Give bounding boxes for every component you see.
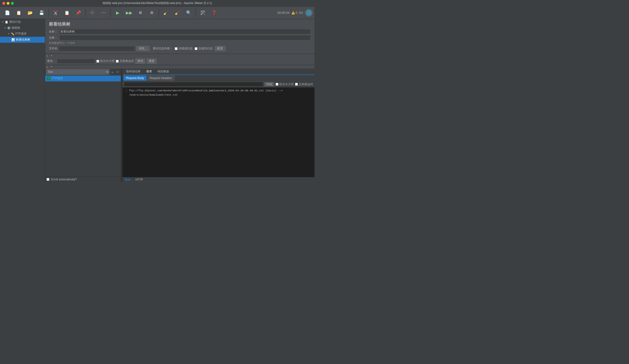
- detail-regex-row: 正则表达式: [295, 82, 313, 86]
- result-item-ftp[interactable]: ✓ FTP请求: [45, 75, 121, 81]
- cut-button[interactable]: ✂️: [50, 7, 61, 18]
- note-text: 所有数据写入一个文件: [49, 41, 311, 45]
- bottom-tab-raw[interactable]: Raw: [123, 177, 133, 182]
- help-button[interactable]: ❓: [209, 7, 220, 18]
- stop-now-button[interactable]: ⏹: [147, 7, 157, 18]
- panel-title: 察看结果树: [49, 21, 311, 27]
- success-log-checkbox[interactable]: [195, 47, 197, 50]
- tab-request[interactable]: 请求: [143, 69, 155, 75]
- error-log-checkbox[interactable]: [175, 47, 177, 50]
- browse-button[interactable]: 浏览...: [136, 46, 150, 51]
- separator-3: [111, 8, 111, 17]
- error-log-checkbox-row: 仅错误日志: [175, 46, 193, 51]
- window-controls[interactable]: [2, 2, 14, 5]
- regex-checkbox[interactable]: [116, 60, 119, 63]
- sidebar-item-test-plan[interactable]: ▼ 📋 测试计划: [0, 19, 45, 25]
- name-label: 名称：: [49, 30, 57, 34]
- tree-collapse-btn[interactable]: ▼: [115, 70, 120, 74]
- success-log-checkbox-row: 仅成功日志: [195, 46, 213, 51]
- remote-button[interactable]: 🛠️: [197, 7, 208, 18]
- line-content-1b: /Users/anita/Downloads/test.txt: [129, 93, 178, 97]
- arrow-icon: ▼: [7, 32, 10, 35]
- code-line-1b: /Users/anita/Downloads/test.txt: [123, 93, 314, 97]
- run-nopause-button[interactable]: ▶▶: [124, 7, 135, 18]
- comment-input[interactable]: [59, 35, 311, 40]
- tab-sampler-result[interactable]: 取样器结果: [123, 69, 143, 75]
- toolbar: 📄 📋 📂 💾 ✂️ 📋 📌 ➕ ➖ ▶ ▶▶ ⏹ ⏹ 🧹 🧹 🔍 🛠️ ❓ 0…: [0, 7, 314, 19]
- sub-tab-request-headers[interactable]: Request Headers: [147, 75, 174, 81]
- success-log-label: 仅成功日志: [198, 46, 213, 51]
- sub-tabs-row: Request Body Request Headers: [123, 75, 314, 81]
- collapse-button[interactable]: ➖: [98, 7, 109, 18]
- line-number-1: 1: [123, 89, 129, 93]
- search-button[interactable]: 🔍: [183, 7, 194, 18]
- detail-panel: 取样器结果 请求 响应数据 Request Body Request H: [123, 69, 314, 182]
- clear-button[interactable]: 🧹: [160, 7, 171, 18]
- name-input[interactable]: [59, 29, 311, 34]
- copy-button[interactable]: 📋: [61, 7, 72, 18]
- sidebar-item-result-tree[interactable]: 📊 察看结果树: [0, 37, 45, 43]
- type-select[interactable]: Text RegExp Tester CSS/JQuery Tester JSO…: [46, 69, 109, 75]
- paste-button[interactable]: 📌: [73, 7, 84, 18]
- sidebar: ▼ 📋 测试计划 ▼ ⚙️ 线程组 ▼ ✏️ FTP请求 📊 察看结果树: [0, 19, 45, 182]
- results-area: Text RegExp Tester CSS/JQuery Tester JSO…: [45, 69, 314, 182]
- tree-expand-btn[interactable]: ▲: [110, 70, 115, 74]
- find-bar: Find 区分大小写 正则表达式: [123, 81, 314, 88]
- minimize-button[interactable]: [7, 2, 9, 5]
- scroll-down-btn[interactable]: ▼: [49, 54, 54, 57]
- detail-regex-checkbox[interactable]: [295, 83, 298, 86]
- find-button-detail[interactable]: Find: [264, 82, 274, 86]
- expand-button[interactable]: ➕: [87, 7, 98, 18]
- find-button[interactable]: 查找: [135, 58, 145, 64]
- result-tree-icon: 📊: [11, 38, 15, 41]
- sidebar-label-thread-group: 线程组: [12, 26, 43, 30]
- search-input[interactable]: [57, 59, 95, 64]
- dots-bottom: · · · · · · · · · · ·: [54, 66, 77, 68]
- toolbar-right: 00:00:04 ⚠️ 0 0/1 🌐: [278, 9, 313, 17]
- maximize-button[interactable]: [11, 2, 14, 5]
- comment-label: 注释：: [49, 36, 57, 40]
- thread-group-icon: ⚙️: [7, 26, 11, 30]
- file-row: 文件名 浏览... 显示日志内容： 仅错误日志 仅成功日志 配置: [49, 46, 311, 51]
- log-content-label: 显示日志内容：: [153, 46, 173, 51]
- template-button[interactable]: 📋: [13, 7, 24, 18]
- regex-row: 正则表达式: [116, 59, 134, 63]
- sidebar-item-ftp-request[interactable]: ▼ ✏️ FTP请求: [0, 31, 45, 37]
- warning-badge: ⚠️ 0: [292, 11, 298, 14]
- config-button[interactable]: 配置: [215, 46, 225, 51]
- separator-5: [196, 8, 196, 17]
- stop-button[interactable]: ⏹: [135, 7, 146, 18]
- case-sensitive-row: 区分大小写: [96, 59, 114, 63]
- line-content-1: ftp://ftp.dlptest.com/BunkerWestProdProx…: [129, 89, 283, 93]
- sidebar-item-thread-group[interactable]: ▼ ⚙️ 线程组: [0, 25, 45, 31]
- detail-case-sensitive-checkbox[interactable]: [276, 83, 278, 86]
- new-button[interactable]: 📄: [2, 7, 13, 18]
- open-button[interactable]: 📂: [25, 7, 36, 18]
- run-button[interactable]: ▶: [112, 7, 123, 18]
- content-panel: 察看结果树 名称： 注释： 所有数据写入一个文件 文件名 浏览... 显示日志内…: [45, 19, 314, 182]
- scroll-down-btn2[interactable]: ▼: [49, 66, 54, 68]
- scroll-auto-label: Scroll automatically?: [51, 178, 77, 181]
- dots-top: · · · · · · · · · · ·: [54, 54, 77, 57]
- reset-button[interactable]: 重置: [147, 58, 157, 64]
- save-button[interactable]: 💾: [36, 7, 47, 18]
- tab-response-data[interactable]: 响应数据: [155, 69, 172, 75]
- globe-button[interactable]: 🌐: [305, 9, 313, 17]
- detail-case-label: 区分大小写: [279, 82, 294, 86]
- warning-icon: ⚠️: [292, 11, 295, 14]
- close-button[interactable]: [2, 2, 5, 5]
- find-input[interactable]: [124, 82, 263, 87]
- case-sensitive-label: 区分大小写: [100, 59, 114, 63]
- scroll-auto-checkbox[interactable]: [46, 178, 49, 181]
- bottom-tab-http[interactable]: HTTP: [133, 177, 145, 182]
- scroll-up-btn2[interactable]: ▲: [45, 66, 49, 68]
- sub-tab-request-body[interactable]: Request Body: [123, 75, 147, 81]
- clear-all-button[interactable]: 🧹: [172, 7, 183, 18]
- scroll-up-btn[interactable]: ▲: [45, 54, 49, 57]
- scroll-auto-row: Scroll automatically?: [45, 177, 121, 182]
- main-layout: ▼ 📋 测试计划 ▼ ⚙️ 线程组 ▼ ✏️ FTP请求 📊 察看结果树 察看结…: [0, 19, 314, 182]
- filename-input[interactable]: [59, 46, 135, 51]
- separator-2: [85, 8, 85, 17]
- sidebar-label-ftp-request: FTP请求: [15, 32, 43, 36]
- case-sensitive-checkbox[interactable]: [96, 60, 99, 63]
